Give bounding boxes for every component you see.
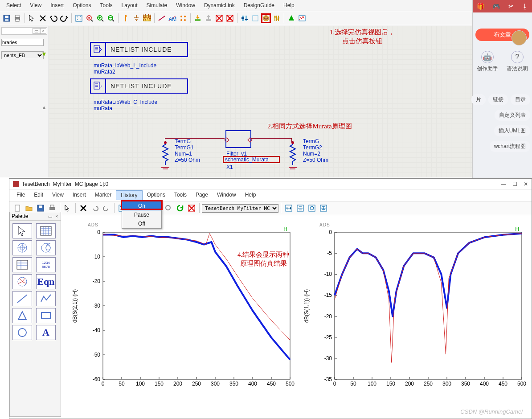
print-icon[interactable] [12, 13, 22, 23]
zoom-in-icon[interactable] [95, 13, 105, 23]
menu-view[interactable]: View [25, 1, 46, 10]
pal-antenna[interactable] [12, 274, 32, 289]
menu-select[interactable]: Select [2, 1, 25, 10]
menu-help[interactable]: Help [279, 1, 299, 10]
dd-menu-history[interactable]: History [116, 190, 142, 200]
autoscale-y-icon[interactable] [295, 203, 306, 214]
pin-icon[interactable] [121, 13, 131, 23]
pointer-icon[interactable] [27, 13, 37, 23]
dd-menu-window[interactable]: Window [213, 190, 241, 200]
minimize-icon[interactable]: — [501, 181, 506, 187]
menu-tools[interactable]: Tools [96, 1, 117, 10]
pal-polyline[interactable] [36, 291, 56, 306]
simulate-button[interactable] [261, 13, 271, 23]
netlist-include-1[interactable]: NETLIST INCLUDE [90, 42, 188, 57]
push-icon[interactable] [193, 13, 203, 23]
filter-block[interactable] [225, 130, 251, 148]
panel-close-icon[interactable]: × [40, 28, 46, 34]
history-on[interactable]: On [122, 201, 161, 210]
pal-listing[interactable]: 12345678 [36, 257, 56, 272]
palette-select[interactable]: nents_FB [1, 51, 44, 59]
pal-list[interactable] [12, 257, 32, 272]
download-icon[interactable]: ⭳ [522, 3, 528, 10]
tree-icon[interactable] [286, 13, 296, 23]
delete-icon[interactable] [78, 203, 89, 214]
undo-icon[interactable] [90, 203, 100, 214]
chip-link[interactable]: 链接 [488, 94, 508, 105]
pal-rect[interactable] [36, 308, 56, 323]
pal-smith[interactable] [36, 240, 56, 255]
pal-rectplot[interactable] [36, 223, 56, 238]
autoscale-x-icon[interactable] [283, 203, 294, 214]
netlist-include-2[interactable]: NETLIST INCLUDE [90, 78, 188, 94]
scroll-up-icon[interactable]: ▲ [41, 104, 47, 111]
disconnect-icon[interactable] [38, 13, 48, 23]
deact-short-icon[interactable] [225, 13, 235, 23]
pal-eqn[interactable]: Eqn [36, 274, 56, 289]
dd-menu-view[interactable]: View [48, 190, 68, 200]
chip-custom-list[interactable]: 自定义列表 [495, 110, 530, 121]
chip-flowchart[interactable]: wchart流程图 [490, 141, 530, 152]
ground-icon[interactable] [131, 13, 141, 23]
pal-text[interactable]: A [36, 325, 56, 340]
term-g1[interactable] [160, 141, 171, 169]
scale-icon[interactable] [318, 203, 329, 214]
dd-menu-options[interactable]: Options [143, 190, 170, 200]
menu-insert[interactable]: Insert [46, 1, 68, 10]
menu-window[interactable]: Window [172, 1, 200, 10]
dd-menu-file[interactable]: File [12, 190, 29, 200]
dd-menu-edit[interactable]: Edit [29, 190, 48, 200]
zoom-sel-icon[interactable] [85, 13, 94, 23]
var-icon[interactable]: 0110VAR [142, 13, 152, 23]
dd-menu-page[interactable]: Page [191, 190, 213, 200]
close-icon[interactable]: ✕ [524, 181, 528, 187]
zoom-all-icon[interactable] [74, 13, 84, 23]
redo-icon[interactable] [59, 13, 69, 23]
pal-line[interactable] [12, 291, 32, 306]
save-icon[interactable] [2, 13, 12, 23]
schematic-canvas[interactable]: NETLIST INCLUDE muRataLibWeb_L_Include m… [49, 26, 472, 177]
pal-pointer[interactable] [12, 223, 32, 238]
deact-icon[interactable] [186, 203, 197, 214]
menu-designguide[interactable]: DesignGuide [239, 1, 279, 10]
library-search-input[interactable] [1, 39, 44, 46]
pal-polar[interactable] [12, 240, 32, 255]
dd-menu-insert[interactable]: Insert [68, 190, 90, 200]
zoom-out-icon[interactable] [106, 13, 116, 23]
avatar[interactable] [512, 30, 527, 45]
panel-pin-icon[interactable]: ▭ [33, 28, 40, 34]
pal-circle[interactable] [12, 325, 32, 340]
chart-s11[interactable]: ADS H dB(S(1,1)) (H) 0-5-10-15-20-25-30-… [317, 223, 526, 403]
filter-icon[interactable]: ▼ [41, 50, 47, 58]
zoom-prev-icon[interactable] [163, 203, 174, 214]
snap-icon[interactable] [178, 13, 188, 23]
menu-layout[interactable]: Layout [117, 1, 142, 10]
deact-icon[interactable] [214, 13, 224, 23]
chip-toc[interactable]: 目录 [511, 94, 530, 105]
data-display-icon[interactable] [297, 13, 307, 23]
refresh-icon[interactable] [175, 203, 185, 214]
history-off[interactable]: Off [122, 219, 161, 228]
unused-icon[interactable] [250, 13, 260, 23]
history-pause[interactable]: Pause [122, 210, 161, 219]
grammar-help[interactable]: ?语法说明 [507, 51, 528, 73]
undo-icon[interactable] [49, 13, 58, 23]
maximize-icon[interactable]: ☐ [512, 181, 517, 187]
wire-icon[interactable] [157, 13, 167, 23]
term-g2[interactable] [287, 141, 299, 169]
pal-polygon[interactable] [12, 308, 32, 323]
tune2-icon[interactable] [272, 13, 282, 23]
game-icon[interactable]: 🎮 [492, 3, 500, 10]
scissors-icon[interactable]: ✂ [508, 3, 514, 10]
menu-dynamiclink[interactable]: DynamicLink [200, 1, 239, 10]
dd-menu-marker[interactable]: Marker [90, 190, 116, 200]
autoscale-icon[interactable] [307, 203, 317, 214]
menu-options[interactable]: Options [68, 1, 95, 10]
wire-label-icon[interactable]: NAME [168, 13, 177, 23]
ai-helper[interactable]: 🤖创作助手 [477, 51, 498, 73]
dd-titlebar[interactable]: TesetBench_MyFilter_MC [page 1]:0 — ☐ ✕ [9, 179, 532, 189]
dd-menu-help[interactable]: Help [241, 190, 261, 200]
chip-image[interactable]: 片 [471, 94, 486, 105]
pop-icon[interactable] [204, 13, 213, 23]
gift-icon[interactable]: 🎁 [477, 3, 484, 10]
